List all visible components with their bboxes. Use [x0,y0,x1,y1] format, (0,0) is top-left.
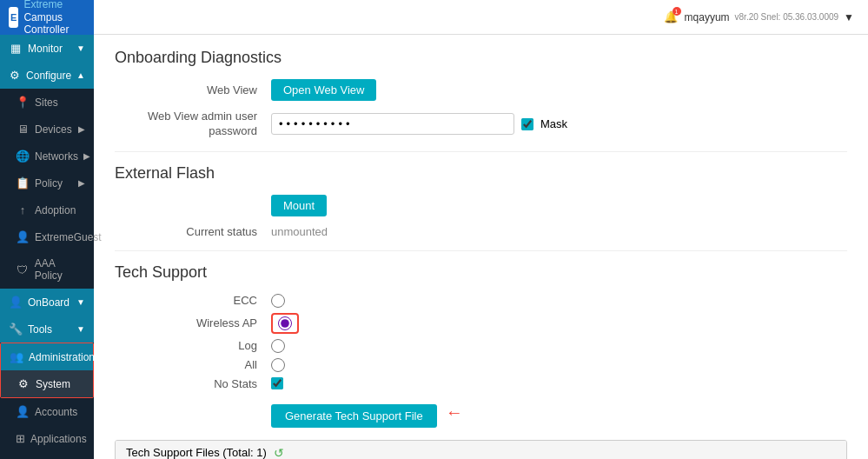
ecc-radio[interactable] [271,294,285,308]
sidebar-policy-label: Policy [35,177,63,190]
app-logo: E Extreme Campus Controller [0,0,94,35]
user-version: v8r.20 Snel: 05.36.03.0009 [735,12,839,22]
devices-icon: 🖥 [16,123,30,136]
sidebar-item-applications[interactable]: ⊞ Applications [0,425,94,452]
log-row: Log [115,339,847,353]
mask-label: Mask [540,117,567,130]
admin-highlight-box: 👥 Administration ▲ ⚙ System [0,343,94,398]
tools-icon: 🔧 [9,323,23,336]
app-title: Extreme Campus Controller [23,0,85,37]
sidebar-extremeguest-label: ExtremeGuest [35,231,102,243]
accounts-icon: 👤 [16,405,30,418]
generate-btn[interactable]: Generate Tech Support File [271,404,437,428]
networks-icon: 🌐 [16,150,30,163]
web-view-label: Web View [115,83,271,96]
sidebar-item-policy[interactable]: 📋 Policy ▶ [0,170,94,196]
sidebar-onboard[interactable]: 👤 OnBoard ▼ [0,289,94,316]
adoption-icon: ↑ [16,203,30,216]
admin-icon: 👥 [10,350,23,363]
sidebar-adoption-label: Adoption [35,204,76,216]
sidebar-item-aaa[interactable]: 🛡 AAA Policy [0,250,94,289]
files-header-text: Tech Support Files (Total: 1) [126,446,267,459]
sidebar-tools[interactable]: 🔧 Tools ▼ [0,316,94,343]
refresh-icon[interactable]: ↺ [274,446,284,459]
user-dropdown-arrow[interactable]: ▼ [844,11,854,23]
all-radio[interactable] [271,358,285,372]
main-area: 🔔 1 mqayyum v8r.20 Snel: 05.36.03.0009 ▼… [94,0,868,459]
sidebar-item-license[interactable]: 📄 License [0,452,94,459]
web-view-control: Open Web View [271,79,376,101]
sidebar-applications-label: Applications [30,433,87,445]
sidebar-item-extremeguest[interactable]: 👤 ExtremeGuest [0,223,94,250]
admin-submenu: ⚙ System [1,370,93,397]
sidebar-monitor[interactable]: ▦ Monitor ▼ [0,35,94,62]
wireless-ap-highlight [271,313,299,334]
monitor-arrow: ▼ [76,43,85,53]
mount-button[interactable]: Mount [271,195,327,216]
mount-row: Mount [115,195,847,216]
sidebar-devices-label: Devices [35,123,72,136]
sites-icon: 📍 [16,96,30,109]
page-content: Onboarding Diagnostics Web View Open Web… [94,35,868,459]
sidebar-sites-label: Sites [35,96,58,109]
sidebar-onboard-label: OnBoard [28,296,70,309]
files-section: Tech Support Files (Total: 1) ↺ ← ⬇ 🗑 📎 … [115,440,847,459]
all-row: All [115,358,847,372]
radio-group: ECC Wireless AP Log All No Stats [115,294,847,390]
sidebar-item-sites[interactable]: 📍 Sites [0,89,94,116]
policy-icon: 📋 [16,176,30,190]
password-control: Mask [271,113,567,135]
sidebar-item-devices[interactable]: 🖥 Devices ▶ [0,116,94,143]
bell-badge: 1 [673,7,681,16]
all-label: All [115,358,271,371]
sidebar-item-networks[interactable]: 🌐 Networks ▶ [0,143,94,170]
admin-arrow: ▲ [100,352,109,362]
sidebar-item-system[interactable]: ⚙ System [1,370,93,397]
log-radio[interactable] [271,339,285,353]
sidebar-configure-label: Configure [26,70,71,82]
sidebar-item-adoption[interactable]: ↑ Adoption [0,196,94,223]
sidebar-item-accounts[interactable]: 👤 Accounts [0,398,94,425]
wireless-ap-label: Wireless AP [115,316,271,329]
current-status-label: Current status [115,225,271,238]
open-web-view-button[interactable]: Open Web View [271,79,376,101]
tech-support-title: Tech Support [115,263,847,282]
no-stats-label: No Stats [115,377,271,390]
sidebar-networks-label: Networks [35,150,78,163]
current-status-value: unmounted [271,225,328,238]
no-stats-checkbox[interactable] [271,377,283,389]
log-label: Log [115,339,271,352]
configure-icon: ⚙ [9,69,21,82]
wireless-ap-row: Wireless AP [115,313,847,334]
monitor-icon: ▦ [9,42,23,55]
divider-2 [115,250,847,251]
sidebar-monitor-label: Monitor [28,43,63,55]
external-flash-title: External Flash [115,164,847,183]
notification-bell[interactable]: 🔔 1 [664,10,678,23]
password-input[interactable] [271,113,514,135]
ecc-label: ECC [115,294,271,307]
topbar: 🔔 1 mqayyum v8r.20 Snel: 05.36.03.0009 ▼ [94,0,868,35]
generate-row: Generate Tech Support File ← [115,397,847,428]
password-label: Web View admin user password [115,110,271,139]
sidebar-tools-label: Tools [28,323,52,336]
policy-arrow: ▶ [78,178,85,188]
configure-submenu: 📍 Sites 🖥 Devices ▶ 🌐 Networks ▶ 📋 Polic… [0,89,94,289]
logo-icon: E [9,7,18,28]
user-info: mqayyum v8r.20 Snel: 05.36.03.0009 ▼ [685,11,854,23]
sidebar-administration[interactable]: 👥 Administration ▲ [1,343,93,370]
onboard-arrow: ▼ [76,297,85,307]
sidebar-configure[interactable]: ⚙ Configure ▲ [0,62,94,89]
no-stats-row: No Stats [115,377,847,390]
generate-arrow-indicator: ← [446,402,463,422]
admin-more-submenu: 👤 Accounts ⊞ Applications 📄 License [0,398,94,459]
files-header: Tech Support Files (Total: 1) ↺ [116,441,846,459]
onboard-icon: 👤 [9,296,23,309]
mask-checkbox[interactable] [521,118,533,130]
sidebar-aaa-label: AAA Policy [35,257,85,282]
tools-arrow: ▼ [76,324,85,334]
wireless-ap-radio[interactable] [278,316,292,330]
ecc-row: ECC [115,294,847,308]
applications-icon: ⊞ [16,432,25,445]
system-icon: ⚙ [17,377,30,390]
